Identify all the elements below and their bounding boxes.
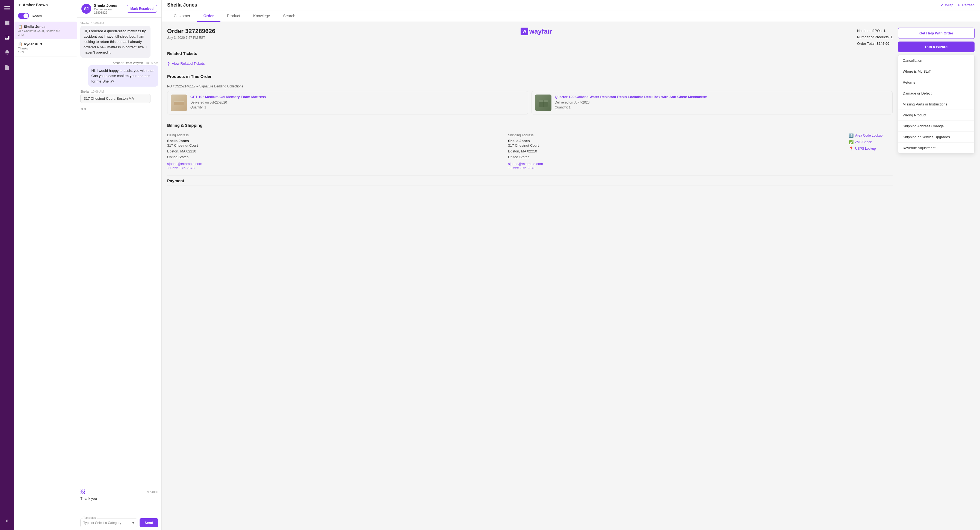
divider-2 <box>167 120 892 120</box>
conv-item-sheila[interactable]: 📋 Sheila Jones 317 Chestnut Court, Bosto… <box>14 22 77 39</box>
page-title: Sheila Jones <box>167 2 197 8</box>
tab-search[interactable]: Search <box>277 10 302 22</box>
wizard-item-wrong-product[interactable]: Wrong Product <box>898 110 974 121</box>
product-name-1[interactable]: Quarter 120 Gallons Water Resistant Resi… <box>555 94 707 99</box>
tab-knowledge[interactable]: Knowlege <box>247 10 277 22</box>
bell-icon[interactable] <box>2 48 12 57</box>
conv-icon: 📋 <box>18 25 22 29</box>
svg-rect-5 <box>5 23 7 25</box>
sidebar: ▼ Amber Brown Ready 📋 Sheila Jones 317 C… <box>14 0 77 530</box>
order-meta: Number of POs: 1 Number of Products: 1 O… <box>857 28 892 47</box>
tab-customer[interactable]: Customer <box>167 10 197 22</box>
billing-country: United States <box>167 154 503 160</box>
payment-section: Payment <box>167 178 892 186</box>
wayfair-text: wayfair <box>529 28 552 35</box>
wizard-item-damage[interactable]: Damage or Defect <box>898 88 974 99</box>
chat-customer-name: Sheila Jones <box>94 3 124 8</box>
product-qty-1: Quantity: 1 <box>555 105 707 109</box>
conv-item-ryder[interactable]: 📋 Ryder Kurt Thanks 1:09 <box>14 39 77 57</box>
tab-product[interactable]: Product <box>220 10 247 22</box>
avs-check-link[interactable]: ✅ AVS Check <box>849 140 892 144</box>
refresh-action[interactable]: ↻ Refresh <box>958 3 975 7</box>
wizard-item-shipping-address[interactable]: Shipping Address Change <box>898 121 974 132</box>
book-icon[interactable] <box>2 62 12 72</box>
typing-indicator <box>80 106 158 111</box>
send-button[interactable]: Send <box>140 518 158 527</box>
topbar-actions: ✓ Wrap ↻ Refresh <box>941 3 975 7</box>
area-code-label: Area Code Lookup <box>855 134 883 137</box>
billing-address-label: Billing Address <box>167 133 503 137</box>
divider-3 <box>167 175 892 176</box>
wrap-action[interactable]: ✓ Wrap <box>941 3 953 7</box>
chevron-down-icon: ▼ <box>18 3 21 6</box>
refresh-icon: ↻ <box>958 3 961 7</box>
product-image-1 <box>535 94 552 111</box>
area-code-lookup-link[interactable]: ℹ️ Area Code Lookup <box>849 133 892 138</box>
usps-lookup-link[interactable]: 📍 USPS Lookup <box>849 146 892 151</box>
location-icon: 📍 <box>849 146 854 151</box>
customer-avatar: SJ <box>81 4 91 14</box>
product-card-0: GFT 10" Medium Gel Memory Foam Mattress … <box>167 91 528 115</box>
billing-name: Sheila Jones <box>167 139 503 143</box>
message-2: Amber B. from Wayfair 10:06 AM Hi, I wou… <box>80 61 158 87</box>
grid-icon[interactable] <box>2 18 12 28</box>
wrap-icon: ✓ <box>941 3 944 7</box>
view-related-tickets-link[interactable]: ❯ View Related Tickets <box>167 62 892 65</box>
conv-name: 📋 Sheila Jones <box>18 25 73 29</box>
msg-bubble-agent: Hi, I would happy to assist you with tha… <box>88 65 158 87</box>
order-id: Order 327289626 <box>167 28 215 35</box>
product-qty-0: Quantity: 1 <box>190 105 266 109</box>
billing-phone[interactable]: +1-555-375-2873 <box>167 166 503 170</box>
shipping-country: United States <box>508 154 843 160</box>
msg-sender-label: Sheila 10:06 AM <box>80 90 158 93</box>
tab-order[interactable]: Order <box>197 10 220 22</box>
wizard-item-cancellation[interactable]: Cancellation <box>898 55 974 66</box>
product-name-0[interactable]: GFT 10" Medium Gel Memory Foam Mattress <box>190 94 266 99</box>
main-body: Order 327289626 July 3, 2020 7:57 PM EST… <box>162 22 980 530</box>
get-help-button[interactable]: Get Help With Order <box>898 28 975 39</box>
product-image-0 <box>171 94 187 111</box>
shipping-phone[interactable]: +1-555-375-2873 <box>508 166 843 170</box>
image-upload-icon[interactable]: 🖼 <box>80 489 85 495</box>
products-section-title: Products in This Order <box>167 74 892 81</box>
message-1: Sheila 10:06 AM Hi, I ordered a queen-si… <box>80 22 158 58</box>
templates-wrapper: Templates Type or Select a Category ▼ <box>80 519 137 527</box>
billing-email[interactable]: sjones@example.com <box>167 162 503 166</box>
chat-header: SJ Sheila Jones Conversation 16803822 Ma… <box>77 0 161 18</box>
svg-rect-8 <box>174 101 184 102</box>
chat-conv-id: Conversation 16803822 <box>94 8 124 14</box>
svg-rect-4 <box>7 21 10 23</box>
shipping-name: Sheila Jones <box>508 139 843 143</box>
products-grid: GFT 10" Medium Gel Memory Foam Mattress … <box>167 91 892 115</box>
templates-select[interactable]: Type or Select a Category <box>80 519 137 527</box>
templates-label: Templates <box>83 516 97 519</box>
products-count: Number of Products: 1 <box>857 34 892 40</box>
status-toggle[interactable] <box>18 13 29 19</box>
wizard-item-wims[interactable]: Where is My Stuff <box>898 66 974 77</box>
wayfair-w: w <box>520 28 528 35</box>
wizard-item-returns[interactable]: Returns <box>898 77 974 88</box>
run-wizard-button[interactable]: Run a Wizard <box>898 41 975 52</box>
wizard-item-revenue[interactable]: Revenue Adjustment <box>898 143 974 153</box>
mark-resolved-button[interactable]: Mark Resolved <box>127 5 157 13</box>
order-main: Order 327289626 July 3, 2020 7:57 PM EST… <box>167 28 892 525</box>
status-label: Ready <box>32 14 42 18</box>
shipping-address-block: Shipping Address Sheila Jones 317 Chestn… <box>508 133 843 170</box>
chevron-right-icon: ❯ <box>167 62 170 65</box>
dot-2 <box>84 108 86 110</box>
usps-label: USPS Lookup <box>855 147 876 151</box>
wizard-item-missing-parts[interactable]: Missing Parts or Instructions <box>898 99 974 110</box>
chat-input[interactable]: Thank you <box>80 497 158 513</box>
related-tickets-title: Related Tickets <box>167 51 892 58</box>
info-icon: ℹ️ <box>849 133 854 138</box>
conv-name: 📋 Ryder Kurt <box>18 42 73 46</box>
tools-column: ℹ️ Area Code Lookup ✅ AVS Check 📍 USPS L… <box>849 133 892 170</box>
wizard-item-service-upgrades[interactable]: Shipping or Service Upgrades <box>898 132 974 143</box>
view-related-label: View Related Tickets <box>172 62 205 65</box>
menu-icon[interactable] <box>2 3 12 13</box>
bug-icon[interactable] <box>2 517 12 527</box>
shipping-email[interactable]: sjones@example.com <box>508 162 843 166</box>
inbox-icon[interactable] <box>2 33 12 43</box>
product-info-1: Quarter 120 Gallons Water Resistant Resi… <box>555 94 707 109</box>
chat-bottom-bar: Templates Type or Select a Category ▼ Se… <box>80 516 158 527</box>
